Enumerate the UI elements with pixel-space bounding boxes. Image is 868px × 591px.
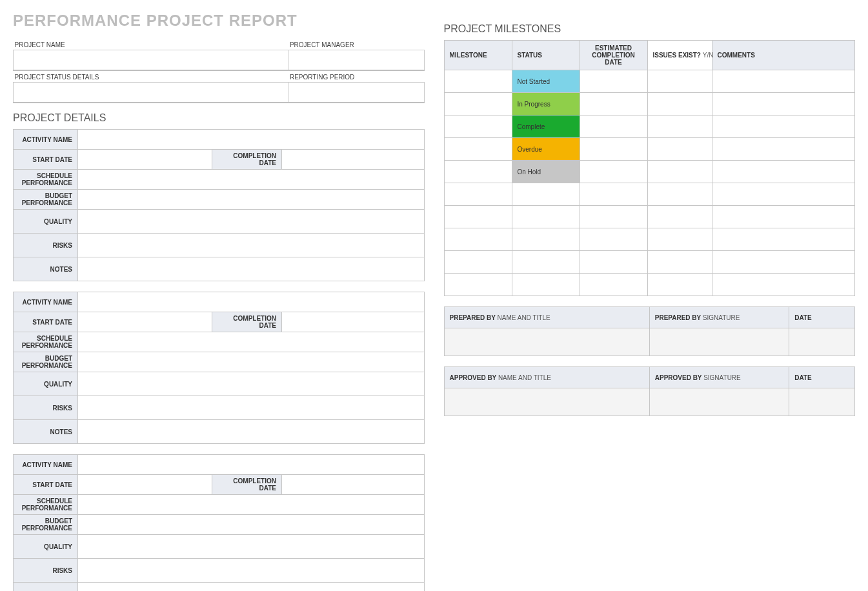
milestone-estimated-field[interactable] (580, 206, 647, 228)
budget-performance-field[interactable] (78, 515, 425, 535)
milestones-col-milestone: MILESTONE (444, 41, 512, 70)
prepared-by-date-field[interactable] (789, 328, 855, 356)
milestone-row (444, 274, 855, 296)
milestone-issues-field[interactable] (647, 138, 712, 161)
risks-label: RISKS (14, 396, 78, 420)
approved-by-table: APPROVED BY NAME AND TITLE APPROVED BY S… (444, 366, 856, 416)
activity-name-label: ACTIVITY NAME (14, 130, 78, 150)
budget-performance-field[interactable] (78, 190, 425, 210)
milestone-estimated-field[interactable] (580, 138, 647, 161)
quality-field[interactable] (78, 372, 425, 396)
milestone-comments-field[interactable] (712, 228, 855, 251)
milestone-estimated-field[interactable] (580, 251, 647, 274)
milestone-issues-field[interactable] (647, 206, 712, 228)
start-date-label: START DATE (14, 312, 78, 332)
schedule-performance-field[interactable] (78, 332, 425, 352)
milestone-row: In Progress (444, 93, 855, 115)
milestone-status-field[interactable]: Not Started (512, 70, 580, 93)
milestone-issues-field[interactable] (647, 228, 712, 251)
project-name-label: PROJECT NAME (14, 39, 288, 50)
project-status-field[interactable] (14, 83, 288, 103)
project-manager-field[interactable] (288, 50, 424, 71)
milestone-status-field[interactable] (512, 228, 580, 251)
milestone-estimated-field[interactable] (580, 274, 647, 296)
milestone-status-field[interactable] (512, 274, 580, 296)
project-manager-label: PROJECT MANAGER (288, 39, 424, 50)
milestone-name-field[interactable] (444, 274, 512, 296)
milestone-estimated-field[interactable] (580, 161, 647, 183)
milestone-estimated-field[interactable] (580, 115, 647, 138)
prepared-by-name-field[interactable] (444, 328, 649, 356)
risks-field[interactable] (78, 234, 425, 257)
milestone-comments-field[interactable] (712, 206, 855, 228)
schedule-performance-label: SCHEDULE PERFORMANCE (14, 332, 78, 352)
start-date-field[interactable] (78, 150, 212, 170)
schedule-performance-field[interactable] (78, 170, 425, 190)
milestones-table: MILESTONE STATUS ESTIMATED COMPLETION DA… (444, 40, 856, 296)
start-date-label: START DATE (14, 475, 78, 495)
budget-performance-field[interactable] (78, 352, 425, 372)
milestone-row (444, 183, 855, 206)
milestone-issues-field[interactable] (647, 274, 712, 296)
milestone-status-field[interactable] (512, 251, 580, 274)
milestone-name-field[interactable] (444, 206, 512, 228)
milestone-comments-field[interactable] (712, 251, 855, 274)
notes-field[interactable] (78, 257, 425, 281)
start-date-field[interactable] (78, 312, 212, 332)
completion-date-field[interactable] (282, 475, 425, 495)
milestone-comments-field[interactable] (712, 138, 855, 161)
activity-name-field[interactable] (78, 455, 425, 475)
milestone-name-field[interactable] (444, 70, 512, 93)
risks-field[interactable] (78, 559, 425, 583)
milestone-name-field[interactable] (444, 93, 512, 115)
milestone-row: Overdue (444, 138, 855, 161)
approved-by-signature-field[interactable] (649, 388, 789, 416)
activity-name-field[interactable] (78, 292, 425, 312)
schedule-performance-field[interactable] (78, 495, 425, 515)
quality-field[interactable] (78, 210, 425, 234)
start-date-field[interactable] (78, 475, 212, 495)
milestone-status-field[interactable] (512, 183, 580, 206)
milestone-name-field[interactable] (444, 115, 512, 138)
project-name-field[interactable] (14, 50, 288, 71)
milestone-comments-field[interactable] (712, 274, 855, 296)
milestone-issues-field[interactable] (647, 161, 712, 183)
notes-field[interactable] (78, 583, 425, 592)
milestone-comments-field[interactable] (712, 70, 855, 93)
approved-by-name-field[interactable] (444, 388, 649, 416)
completion-date-field[interactable] (282, 150, 425, 170)
milestone-row (444, 206, 855, 228)
milestone-status-field[interactable] (512, 206, 580, 228)
milestone-name-field[interactable] (444, 183, 512, 206)
milestone-name-field[interactable] (444, 161, 512, 183)
milestone-issues-field[interactable] (647, 93, 712, 115)
milestone-estimated-field[interactable] (580, 228, 647, 251)
milestone-estimated-field[interactable] (580, 93, 647, 115)
milestone-status-field[interactable]: In Progress (512, 93, 580, 115)
milestone-issues-field[interactable] (647, 70, 712, 93)
milestone-name-field[interactable] (444, 228, 512, 251)
milestone-issues-field[interactable] (647, 251, 712, 274)
notes-field[interactable] (78, 420, 425, 444)
milestone-issues-field[interactable] (647, 115, 712, 138)
milestone-comments-field[interactable] (712, 161, 855, 183)
milestone-issues-field[interactable] (647, 183, 712, 206)
risks-field[interactable] (78, 396, 425, 420)
milestone-status-field[interactable]: Overdue (512, 138, 580, 161)
prepared-by-signature-field[interactable] (649, 328, 789, 356)
milestone-comments-field[interactable] (712, 115, 855, 138)
milestone-name-field[interactable] (444, 138, 512, 161)
milestone-estimated-field[interactable] (580, 70, 647, 93)
milestone-comments-field[interactable] (712, 183, 855, 206)
milestone-estimated-field[interactable] (580, 183, 647, 206)
activity-name-field[interactable] (78, 130, 425, 150)
quality-field[interactable] (78, 535, 425, 559)
reporting-period-field[interactable] (288, 83, 424, 103)
milestone-name-field[interactable] (444, 251, 512, 274)
completion-date-field[interactable] (282, 312, 425, 332)
prepared-by-table: PREPARED BY NAME AND TITLE PREPARED BY S… (444, 306, 856, 356)
milestone-status-field[interactable]: On Hold (512, 161, 580, 183)
approved-by-date-field[interactable] (789, 388, 855, 416)
milestone-comments-field[interactable] (712, 93, 855, 115)
milestone-status-field[interactable]: Complete (512, 115, 580, 138)
